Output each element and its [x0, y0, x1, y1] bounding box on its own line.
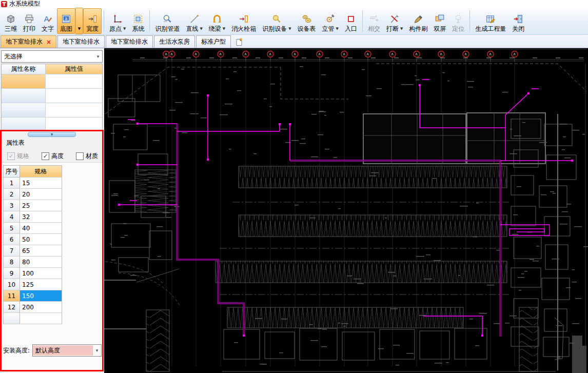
spec-table-row[interactable]: 7 65 [4, 245, 62, 257]
spec-row-value[interactable]: 125 [20, 279, 62, 290]
spec-row-number[interactable]: 9 [4, 268, 20, 279]
attribute-checkbox-row: ✓ 规格✓ 高度 材质 [7, 152, 102, 161]
toolbar-button-text[interactable]: A 文字 [38, 8, 57, 34]
tab-3[interactable]: 地下室给排水 [106, 35, 153, 48]
spec-table-row[interactable]: 8 80 [4, 257, 62, 268]
dropdown-arrow-icon[interactable]: ▼ [223, 25, 225, 32]
spec-row-number[interactable]: 5 [4, 223, 20, 234]
toolbar-button-label: 入口 [345, 25, 357, 32]
toolbar-button-origin[interactable]: 原点▼ [106, 8, 129, 34]
spec-row-number[interactable] [4, 313, 20, 324]
device-table-icon [302, 14, 312, 24]
spec-row-number[interactable]: 12 [4, 302, 20, 313]
property-name-cell[interactable] [2, 117, 46, 131]
spec-table-row[interactable]: 5 40 [4, 223, 62, 234]
spec-row-value[interactable]: 50 [20, 234, 62, 245]
spec-row-value[interactable]: 65 [20, 245, 62, 257]
tab-bar: 地下室给排水×地下室给排水地下室给排水生活水泵房标准户型 [0, 35, 588, 48]
property-grid-row[interactable] [2, 89, 102, 103]
tab-close-icon[interactable]: × [46, 40, 51, 45]
tab-4[interactable]: 生活水泵房 [154, 35, 195, 48]
spec-row-number[interactable]: 3 [4, 200, 20, 211]
spec-row-number[interactable]: 2 [4, 189, 20, 200]
spec-table-row[interactable]: 9 100 [4, 268, 62, 279]
toolbar-button-cube[interactable]: 三维 [2, 8, 20, 34]
spec-table-row[interactable]: 1 15 [4, 178, 62, 189]
toolbar-button-width[interactable]: 宽度 [83, 8, 102, 34]
property-value-cell[interactable] [46, 103, 102, 117]
toolbar-button-entrance[interactable]: 入口 [342, 8, 360, 34]
dropdown-arrow-icon[interactable]: ▼ [336, 25, 339, 32]
spec-row-value[interactable]: 150 [20, 290, 62, 302]
dropdown-arrow-icon[interactable]: ▼ [288, 25, 291, 32]
dualscreen-icon [435, 14, 445, 24]
checkbox-box-icon[interactable]: ✓ [42, 152, 49, 160]
property-value-cell[interactable] [46, 89, 102, 103]
spec-row-number[interactable]: 6 [4, 234, 20, 245]
spec-row-value[interactable]: 25 [20, 200, 62, 211]
checkbox-spec: ✓ 规格 [7, 152, 29, 161]
toolbar-button-device-table[interactable]: 设备表 [295, 8, 319, 34]
toolbar-button-dualscreen[interactable]: 双屏 [430, 8, 449, 34]
spec-row-value[interactable]: 20 [20, 189, 62, 200]
spec-row-value[interactable] [20, 313, 62, 324]
identify-device-icon [271, 14, 282, 24]
spec-row-value[interactable]: 15 [20, 178, 62, 189]
toolbar-button-brush[interactable]: 构件刷 [406, 8, 430, 34]
toolbar-button-beam[interactable]: 绕梁▼ [206, 8, 228, 34]
spec-row-number[interactable]: 4 [4, 211, 20, 223]
dropdown-arrow-icon[interactable]: ▼ [400, 25, 403, 32]
toolbar-button-identify-pipe[interactable]: 识别管道 [152, 8, 183, 34]
toolbar-button-hydrant[interactable]: 消火栓箱 [228, 8, 259, 34]
tab-5[interactable]: 标准户型 [196, 35, 231, 48]
spec-row-value[interactable]: 200 [20, 302, 62, 313]
toolbar-button-break[interactable]: 打断▼ [383, 8, 406, 34]
spec-row-value[interactable]: 80 [20, 257, 62, 268]
dropdown-arrow-icon[interactable]: ▼ [200, 25, 202, 32]
toolbar-button-basemap-dropdown[interactable]: ▼ [75, 8, 83, 34]
spec-row-number[interactable]: 1 [4, 178, 20, 189]
property-name-cell[interactable] [2, 74, 46, 88]
toolbar-button-identify-device[interactable]: 识别设备▼ [259, 8, 294, 34]
spec-table-row[interactable]: 2 20 [4, 189, 62, 200]
dropdown-arrow-icon[interactable]: ▼ [123, 25, 126, 32]
spec-row-number[interactable]: 7 [4, 245, 20, 257]
toolbar-button-riser[interactable]: 立管▼ [319, 8, 342, 34]
checkbox-box-icon[interactable] [76, 152, 84, 160]
toolbar-button-system[interactable]: 系统 [129, 8, 147, 34]
spec-table-row[interactable]: 3 25 [4, 200, 62, 211]
tab-1[interactable]: 地下室给排水× [1, 35, 56, 48]
spec-table-row[interactable]: 4 32 [4, 211, 62, 223]
spec-table-row[interactable] [4, 313, 62, 324]
property-value-cell[interactable] [46, 117, 102, 131]
selection-dropdown[interactable]: 无选择 ▾ [1, 50, 103, 63]
spec-row-number[interactable]: 8 [4, 257, 20, 268]
spec-row-value[interactable]: 32 [20, 211, 62, 223]
install-height-dropdown[interactable]: 默认高度 ▾ [32, 344, 102, 357]
spec-table-row[interactable]: 10 125 [4, 279, 62, 290]
toolbar-button-basemap[interactable]: a 底图 [57, 8, 75, 34]
toolbar-button-printer[interactable]: 打印 [20, 8, 38, 34]
spec-row-number[interactable]: 10 [4, 279, 20, 290]
property-grid-row[interactable] [2, 74, 102, 89]
spec-table-row[interactable]: 11 150 [4, 290, 62, 302]
splitter-handle[interactable]: ▼ [28, 132, 76, 137]
checkbox-height[interactable]: ✓ 高度 [42, 152, 64, 161]
toolbar-button-quantity[interactable]: 生成工程量 [472, 8, 509, 34]
spec-table-row[interactable]: 6 50 [4, 234, 62, 245]
cad-canvas[interactable] [104, 48, 588, 373]
spec-row-value[interactable]: 40 [20, 223, 62, 234]
spec-row-value[interactable]: 100 [20, 268, 62, 279]
tab-2[interactable]: 地下室给排水 [57, 35, 105, 48]
spec-table-row[interactable]: 12 200 [4, 302, 62, 313]
spec-row-number[interactable]: 11 [4, 290, 20, 302]
property-value-cell[interactable] [46, 74, 102, 88]
property-grid-row[interactable] [2, 103, 102, 117]
checkbox-material[interactable]: 材质 [76, 152, 98, 161]
property-name-cell[interactable] [2, 89, 46, 103]
property-name-header: 属性名称 [2, 64, 46, 74]
toolbar-button-close[interactable]: 关闭 [509, 8, 527, 34]
property-name-cell[interactable] [2, 103, 46, 117]
new-view-button[interactable] [234, 37, 244, 47]
toolbar-button-line[interactable]: 直线▼ [183, 8, 205, 34]
